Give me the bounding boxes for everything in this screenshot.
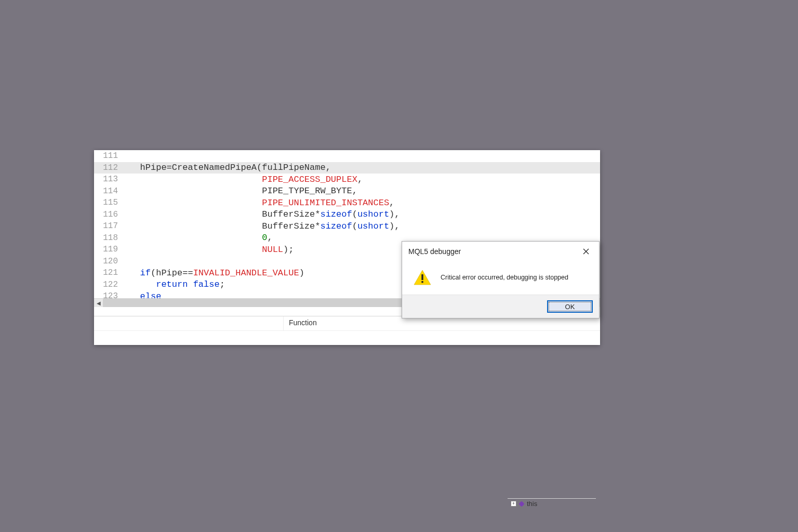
watch-row[interactable]: + this: [508, 498, 596, 509]
error-dialog: MQL5 debugger Critical error occurred, d…: [402, 241, 600, 318]
line-number: 117: [94, 221, 124, 231]
watch-item-label: this: [527, 500, 537, 508]
line-number: 111: [94, 151, 124, 161]
line-number: 115: [94, 198, 124, 207]
svg-rect-3: [421, 274, 423, 280]
code-line[interactable]: 117 BufferSize*sizeof(ushort),: [94, 220, 600, 232]
code-content[interactable]: if(hPipe==INVALID_HANDLE_VALUE): [124, 268, 304, 278]
line-number: 113: [94, 175, 124, 184]
code-content[interactable]: hPipe=CreateNamedPipeA(fullPipeName,: [124, 163, 331, 172]
warning-icon: [414, 270, 431, 285]
code-content[interactable]: PIPE_TYPE_RW_BYTE,: [124, 186, 357, 196]
object-icon: [518, 501, 524, 507]
ok-button[interactable]: OK: [547, 300, 593, 313]
code-content[interactable]: BufferSize*sizeof(ushort),: [124, 221, 400, 231]
code-line[interactable]: 113 PIPE_ACCESS_DUPLEX,: [94, 174, 600, 185]
function-column-header[interactable]: Function: [284, 316, 600, 330]
line-number: 120: [94, 257, 124, 266]
line-number: 114: [94, 187, 124, 196]
scroll-left-icon[interactable]: ◀: [94, 299, 103, 308]
code-content[interactable]: PIPE_ACCESS_DUPLEX,: [124, 175, 363, 184]
code-line[interactable]: 111: [94, 150, 600, 162]
svg-rect-4: [421, 281, 423, 283]
line-number: 118: [94, 233, 124, 243]
line-number: 122: [94, 280, 124, 289]
dialog-message: Critical error occurred, debugging is st…: [441, 274, 568, 281]
code-line[interactable]: 115 PIPE_UNLIMITED_INSTANCES,: [94, 197, 600, 209]
code-line[interactable]: 114 PIPE_TYPE_RW_BYTE,: [94, 185, 600, 197]
code-content[interactable]: PIPE_UNLIMITED_INSTANCES,: [124, 198, 394, 208]
line-number: 116: [94, 210, 124, 219]
dialog-title: MQL5 debugger: [408, 247, 461, 256]
code-content[interactable]: return false;: [124, 280, 225, 289]
line-number: 119: [94, 245, 124, 254]
dialog-footer: OK: [402, 295, 599, 318]
bottom-panel: Function + this: [94, 316, 600, 345]
dialog-body: Critical error occurred, debugging is st…: [402, 260, 599, 295]
line-number: 121: [94, 268, 124, 277]
code-line[interactable]: 112 hPipe=CreateNamedPipeA(fullPipeName,: [94, 162, 600, 174]
code-content[interactable]: BufferSize*sizeof(ushort),: [124, 209, 400, 219]
code-content[interactable]: NULL);: [124, 245, 294, 255]
dialog-titlebar[interactable]: MQL5 debugger: [402, 242, 599, 260]
line-number: 112: [94, 163, 124, 172]
close-button[interactable]: [578, 246, 594, 257]
expand-icon[interactable]: +: [511, 501, 516, 507]
close-icon: [583, 248, 589, 255]
callstack-column[interactable]: [94, 316, 284, 330]
code-content[interactable]: 0,: [124, 233, 273, 243]
code-line[interactable]: 116 BufferSize*sizeof(ushort),: [94, 209, 600, 221]
